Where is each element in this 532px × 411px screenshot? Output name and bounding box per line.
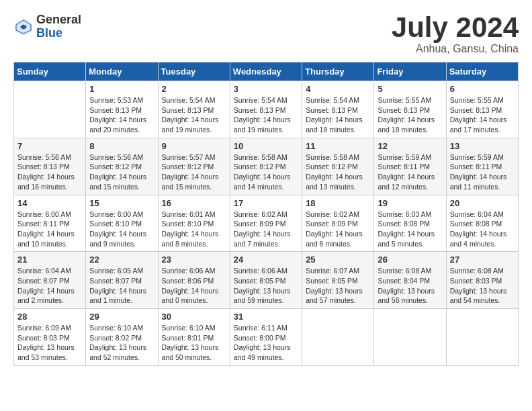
day-cell: 29Sunrise: 6:10 AMSunset: 8:02 PMDayligh… <box>86 309 158 366</box>
day-info: Sunrise: 6:10 AMSunset: 8:02 PMDaylight:… <box>89 323 154 363</box>
header-cell-thursday: Thursday <box>302 62 374 81</box>
day-cell: 23Sunrise: 6:06 AMSunset: 8:06 PMDayligh… <box>158 252 230 309</box>
day-cell: 26Sunrise: 6:08 AMSunset: 8:04 PMDayligh… <box>374 252 446 309</box>
header-cell-wednesday: Wednesday <box>230 62 302 81</box>
day-number: 8 <box>89 141 154 151</box>
day-info: Sunrise: 5:58 AMSunset: 8:12 PMDaylight:… <box>306 152 370 192</box>
day-info: Sunrise: 6:09 AMSunset: 8:03 PMDaylight:… <box>17 323 82 363</box>
week-row-3: 14Sunrise: 6:00 AMSunset: 8:11 PMDayligh… <box>14 195 519 252</box>
header-cell-sunday: Sunday <box>14 62 86 81</box>
day-number: 12 <box>378 141 442 151</box>
day-info: Sunrise: 6:04 AMSunset: 8:07 PMDaylight:… <box>17 266 82 306</box>
day-cell: 12Sunrise: 5:59 AMSunset: 8:11 PMDayligh… <box>374 138 446 195</box>
day-info: Sunrise: 5:56 AMSunset: 8:12 PMDaylight:… <box>89 152 154 192</box>
day-number: 15 <box>89 198 154 208</box>
day-cell: 16Sunrise: 6:01 AMSunset: 8:10 PMDayligh… <box>158 195 230 252</box>
day-cell <box>302 309 374 366</box>
day-cell: 11Sunrise: 5:58 AMSunset: 8:12 PMDayligh… <box>302 138 374 195</box>
day-number: 19 <box>378 198 442 208</box>
week-row-4: 21Sunrise: 6:04 AMSunset: 8:07 PMDayligh… <box>14 252 519 309</box>
day-cell: 27Sunrise: 6:08 AMSunset: 8:03 PMDayligh… <box>446 252 518 309</box>
day-number: 14 <box>17 198 82 208</box>
day-info: Sunrise: 5:54 AMSunset: 8:13 PMDaylight:… <box>162 95 226 135</box>
day-info: Sunrise: 5:55 AMSunset: 8:13 PMDaylight:… <box>378 95 442 135</box>
day-number: 31 <box>234 312 298 322</box>
day-info: Sunrise: 5:54 AMSunset: 8:13 PMDaylight:… <box>306 95 370 135</box>
day-number: 21 <box>17 255 82 265</box>
day-cell: 5Sunrise: 5:55 AMSunset: 8:13 PMDaylight… <box>374 81 446 138</box>
logo-blue: Blue <box>36 27 81 40</box>
day-info: Sunrise: 6:06 AMSunset: 8:06 PMDaylight:… <box>162 266 226 306</box>
day-info: Sunrise: 6:05 AMSunset: 8:07 PMDaylight:… <box>89 266 154 306</box>
day-cell: 30Sunrise: 6:10 AMSunset: 8:01 PMDayligh… <box>158 309 230 366</box>
day-cell: 7Sunrise: 5:56 AMSunset: 8:13 PMDaylight… <box>14 138 86 195</box>
logo: General Blue <box>13 13 81 40</box>
day-number: 11 <box>306 141 370 151</box>
day-number: 1 <box>89 84 154 94</box>
day-cell: 21Sunrise: 6:04 AMSunset: 8:07 PMDayligh… <box>14 252 86 309</box>
logo-text: General Blue <box>36 13 81 40</box>
calendar-header: SundayMondayTuesdayWednesdayThursdayFrid… <box>14 62 519 81</box>
page-header: General Blue July 2024 Anhua, Gansu, Chi… <box>13 13 519 55</box>
header-cell-monday: Monday <box>86 62 158 81</box>
day-info: Sunrise: 6:00 AMSunset: 8:10 PMDaylight:… <box>89 210 154 249</box>
day-number: 16 <box>162 198 226 208</box>
day-number: 24 <box>234 255 298 265</box>
header-cell-saturday: Saturday <box>446 62 518 81</box>
day-cell: 18Sunrise: 6:02 AMSunset: 8:09 PMDayligh… <box>302 195 374 252</box>
day-number: 6 <box>450 84 515 94</box>
header-cell-friday: Friday <box>374 62 446 81</box>
day-number: 4 <box>306 84 370 94</box>
day-number: 10 <box>234 141 298 151</box>
day-number: 13 <box>450 141 515 151</box>
day-number: 22 <box>89 255 154 265</box>
day-cell: 8Sunrise: 5:56 AMSunset: 8:12 PMDaylight… <box>86 138 158 195</box>
day-number: 3 <box>234 84 298 94</box>
week-row-2: 7Sunrise: 5:56 AMSunset: 8:13 PMDaylight… <box>14 138 519 195</box>
day-cell: 14Sunrise: 6:00 AMSunset: 8:11 PMDayligh… <box>14 195 86 252</box>
day-number: 17 <box>234 198 298 208</box>
day-cell: 1Sunrise: 5:53 AMSunset: 8:13 PMDaylight… <box>86 81 158 138</box>
day-number: 20 <box>450 198 515 208</box>
day-number: 9 <box>162 141 226 151</box>
day-cell <box>14 81 86 138</box>
header-row: SundayMondayTuesdayWednesdayThursdayFrid… <box>14 62 519 81</box>
day-number: 2 <box>162 84 226 94</box>
day-cell: 28Sunrise: 6:09 AMSunset: 8:03 PMDayligh… <box>14 309 86 366</box>
day-cell: 17Sunrise: 6:02 AMSunset: 8:09 PMDayligh… <box>230 195 302 252</box>
day-info: Sunrise: 6:04 AMSunset: 8:08 PMDaylight:… <box>450 210 515 249</box>
week-row-5: 28Sunrise: 6:09 AMSunset: 8:03 PMDayligh… <box>14 309 519 366</box>
day-number: 27 <box>450 255 515 265</box>
day-info: Sunrise: 5:55 AMSunset: 8:13 PMDaylight:… <box>450 95 515 135</box>
day-number: 5 <box>378 84 442 94</box>
day-number: 29 <box>89 312 154 322</box>
day-info: Sunrise: 6:10 AMSunset: 8:01 PMDaylight:… <box>162 323 226 363</box>
day-cell: 20Sunrise: 6:04 AMSunset: 8:08 PMDayligh… <box>446 195 518 252</box>
day-number: 25 <box>306 255 370 265</box>
day-info: Sunrise: 6:06 AMSunset: 8:05 PMDaylight:… <box>234 266 298 306</box>
day-info: Sunrise: 6:01 AMSunset: 8:10 PMDaylight:… <box>162 210 226 249</box>
day-cell: 3Sunrise: 5:54 AMSunset: 8:13 PMDaylight… <box>230 81 302 138</box>
day-info: Sunrise: 6:07 AMSunset: 8:05 PMDaylight:… <box>306 266 370 306</box>
day-cell <box>446 309 518 366</box>
day-info: Sunrise: 6:02 AMSunset: 8:09 PMDaylight:… <box>234 210 298 249</box>
day-cell: 22Sunrise: 6:05 AMSunset: 8:07 PMDayligh… <box>86 252 158 309</box>
day-cell <box>374 309 446 366</box>
calendar-body: 1Sunrise: 5:53 AMSunset: 8:13 PMDaylight… <box>14 81 519 366</box>
header-cell-tuesday: Tuesday <box>158 62 230 81</box>
day-number: 30 <box>162 312 226 322</box>
day-cell: 25Sunrise: 6:07 AMSunset: 8:05 PMDayligh… <box>302 252 374 309</box>
day-info: Sunrise: 6:08 AMSunset: 8:04 PMDaylight:… <box>378 266 442 306</box>
day-info: Sunrise: 5:59 AMSunset: 8:11 PMDaylight:… <box>378 152 442 192</box>
day-cell: 4Sunrise: 5:54 AMSunset: 8:13 PMDaylight… <box>302 81 374 138</box>
day-cell: 24Sunrise: 6:06 AMSunset: 8:05 PMDayligh… <box>230 252 302 309</box>
day-info: Sunrise: 5:56 AMSunset: 8:13 PMDaylight:… <box>17 152 82 192</box>
day-number: 23 <box>162 255 226 265</box>
month-title: July 2024 <box>392 13 519 42</box>
calendar-table: SundayMondayTuesdayWednesdayThursdayFrid… <box>13 62 519 366</box>
day-cell: 9Sunrise: 5:57 AMSunset: 8:12 PMDaylight… <box>158 138 230 195</box>
day-info: Sunrise: 5:57 AMSunset: 8:12 PMDaylight:… <box>162 152 226 192</box>
day-info: Sunrise: 6:02 AMSunset: 8:09 PMDaylight:… <box>306 210 370 249</box>
logo-general: General <box>36 13 81 27</box>
day-info: Sunrise: 6:08 AMSunset: 8:03 PMDaylight:… <box>450 266 515 306</box>
